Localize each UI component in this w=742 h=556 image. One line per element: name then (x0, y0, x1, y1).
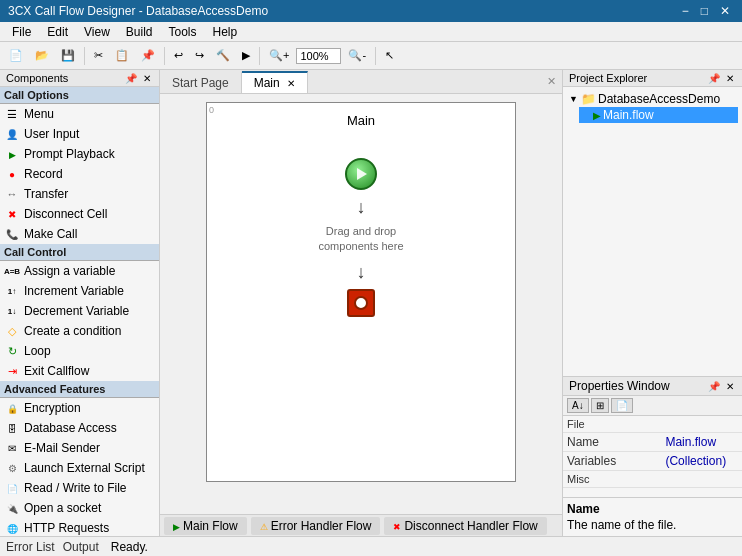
bottom-tab-error-handler[interactable]: Error Handler Flow (251, 517, 381, 535)
status-tab-output[interactable]: Output (63, 540, 99, 554)
end-node[interactable] (347, 289, 375, 317)
increment-variable-icon: 1↑ (4, 283, 20, 299)
canvas-wrapper[interactable]: 0 Main ↓ Drag and dropcompon (160, 94, 562, 514)
toolbar-undo[interactable]: ↩ (169, 46, 188, 65)
comp-user-input-label: User Input (24, 127, 79, 141)
comp-open-socket[interactable]: Open a socket (0, 498, 159, 518)
status-message: Ready. (111, 540, 148, 554)
toolbar-redo[interactable]: ↪ (190, 46, 209, 65)
project-tree: ▼ 📁 DatabaseAccessDemo ▶ Main.flow (563, 87, 742, 376)
toolbar-run[interactable]: ▶ (237, 46, 255, 65)
comp-launch-script[interactable]: Launch External Script (0, 458, 159, 478)
comp-database-access[interactable]: Database Access (0, 418, 159, 438)
prop-categorized-btn[interactable]: ⊞ (591, 398, 609, 413)
comp-increment-variable[interactable]: 1↑ Increment Variable (0, 281, 159, 301)
toolbar-save[interactable]: 💾 (56, 46, 80, 65)
flow-arrow: ↓ (357, 198, 366, 216)
window-controls: − □ ✕ (678, 4, 734, 18)
tree-root-item[interactable]: ▼ 📁 DatabaseAccessDemo (567, 91, 738, 107)
comp-disconnect-cell[interactable]: Disconnect Cell (0, 204, 159, 224)
properties-window: Properties Window 📌 ✕ A↓ ⊞ 📄 File (563, 376, 742, 536)
prop-alphabetical-btn[interactable]: A↓ (567, 398, 589, 413)
prop-section-misc-label: Misc (563, 471, 742, 488)
comp-transfer[interactable]: Transfer (0, 184, 159, 204)
canvas-corner-mark: 0 (209, 105, 214, 115)
comp-loop[interactable]: Loop (0, 341, 159, 361)
status-tab-error-list[interactable]: Error List (6, 540, 55, 554)
toolbar-build[interactable]: 🔨 (211, 46, 235, 65)
exit-callflow-icon (4, 363, 20, 379)
comp-encryption[interactable]: Encryption (0, 398, 159, 418)
panel-close-btn[interactable]: ✕ (141, 73, 153, 84)
create-condition-icon (4, 323, 20, 339)
bottom-tabs: Main Flow Error Handler Flow Disconnect … (160, 514, 562, 536)
comp-read-write-file[interactable]: Read / Write to File (0, 478, 159, 498)
menu-tools[interactable]: Tools (161, 23, 205, 41)
tree-children: ▶ Main.flow (579, 107, 738, 123)
start-node[interactable] (345, 158, 377, 190)
svg-marker-0 (357, 168, 367, 180)
toolbar-zoomout[interactable]: 🔍- (343, 46, 371, 65)
flow-canvas[interactable]: 0 Main ↓ Drag and dropcompon (206, 102, 516, 482)
comp-http-requests[interactable]: HTTP Requests (0, 518, 159, 536)
comp-assign-variable[interactable]: A=B Assign a variable (0, 261, 159, 281)
toolbar-zoomin[interactable]: 🔍+ (264, 46, 294, 65)
comp-create-condition[interactable]: Create a condition (0, 321, 159, 341)
toolbar-cut[interactable]: ✂ (89, 46, 108, 65)
project-explorer-header: Project Explorer 📌 ✕ (563, 70, 742, 87)
tab-main[interactable]: Main ✕ (242, 71, 308, 93)
right-panel: Project Explorer 📌 ✕ ▼ 📁 DatabaseAccessD… (562, 70, 742, 536)
project-explorer-close-btn[interactable]: ✕ (724, 73, 736, 84)
toolbar-copy[interactable]: 📋 (110, 46, 134, 65)
comp-menu[interactable]: Menu (0, 104, 159, 124)
panel-pin-btn[interactable]: 📌 (123, 73, 139, 84)
menu-edit[interactable]: Edit (39, 23, 76, 41)
comp-decrement-variable[interactable]: 1↓ Decrement Variable (0, 301, 159, 321)
assign-variable-icon: A=B (4, 263, 20, 279)
tab-main-label: Main (254, 76, 280, 90)
comp-email-sender[interactable]: E-Mail Sender (0, 438, 159, 458)
comp-user-input[interactable]: User Input (0, 124, 159, 144)
status-tabs: Error List Output (6, 540, 99, 554)
toolbar-pointer[interactable]: ↖ (380, 46, 399, 65)
menu-icon (4, 106, 20, 122)
menu-file[interactable]: File (4, 23, 39, 41)
comp-make-call-label: Make Call (24, 227, 77, 241)
tab-bar-close-btn[interactable]: ✕ (541, 73, 562, 90)
tab-start-page[interactable]: Start Page (160, 71, 242, 93)
tree-root-label: DatabaseAccessDemo (598, 92, 720, 106)
comp-decrement-variable-label: Decrement Variable (24, 304, 129, 318)
menu-view[interactable]: View (76, 23, 118, 41)
menu-help[interactable]: Help (205, 23, 246, 41)
toolbar-sep1 (84, 47, 85, 65)
comp-prompt-playback[interactable]: Prompt Playback (0, 144, 159, 164)
bottom-tab-main-flow[interactable]: Main Flow (164, 517, 247, 535)
comp-exit-callflow[interactable]: Exit Callflow (0, 361, 159, 381)
properties-pin-btn[interactable]: 📌 (706, 381, 722, 392)
maximize-button[interactable]: □ (697, 4, 712, 18)
toolbar-new[interactable]: 📄 (4, 46, 28, 65)
minimize-button[interactable]: − (678, 4, 693, 18)
tab-main-close[interactable]: ✕ (287, 78, 295, 89)
toolbar-paste[interactable]: 📌 (136, 46, 160, 65)
properties-close-btn[interactable]: ✕ (724, 381, 736, 392)
close-button[interactable]: ✕ (716, 4, 734, 18)
bottom-tab-disconnect-handler[interactable]: Disconnect Handler Flow (384, 517, 546, 535)
comp-record[interactable]: ● Record (0, 164, 159, 184)
app-title: 3CX Call Flow Designer - DatabaseAccessD… (8, 4, 678, 18)
comp-email-sender-label: E-Mail Sender (24, 441, 100, 455)
read-write-file-icon (4, 480, 20, 496)
comp-read-write-file-label: Read / Write to File (24, 481, 126, 495)
project-explorer-pin-btn[interactable]: 📌 (706, 73, 722, 84)
disconnect-cell-icon (4, 206, 20, 222)
zoom-input[interactable] (296, 48, 341, 64)
toolbar-sep2 (164, 47, 165, 65)
comp-make-call[interactable]: Make Call (0, 224, 159, 244)
menu-build[interactable]: Build (118, 23, 161, 41)
prop-pages-btn[interactable]: 📄 (611, 398, 633, 413)
prop-variables-value: (Collection) (661, 452, 742, 471)
tab-bar: Start Page Main ✕ ✕ (160, 70, 562, 94)
tree-main-flow-item[interactable]: ▶ Main.flow (579, 107, 738, 123)
properties-table: File Name Main.flow Variables (Collectio… (563, 416, 742, 488)
toolbar-open[interactable]: 📂 (30, 46, 54, 65)
